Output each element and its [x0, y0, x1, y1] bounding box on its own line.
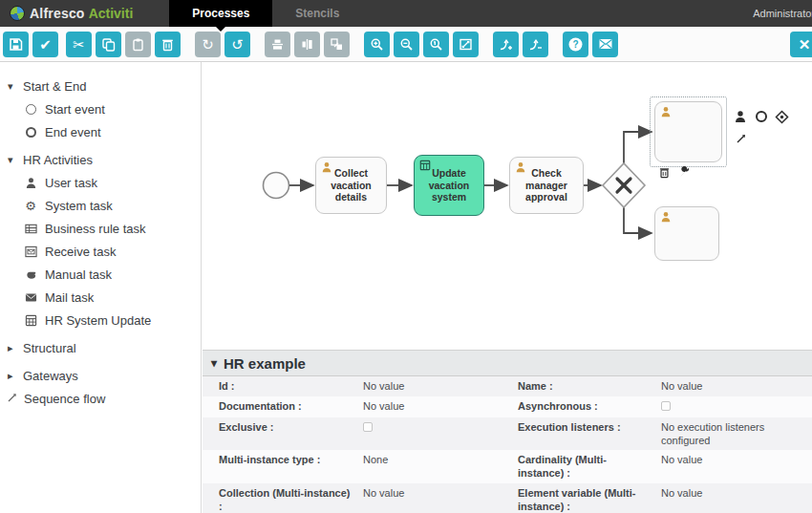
cut-button[interactable]: ✂ [66, 32, 92, 57]
add-bendpoint-button[interactable] [493, 32, 519, 57]
palette-item-receive-task[interactable]: Receive task [0, 240, 201, 263]
context-sequence-flow-icon[interactable] [733, 130, 750, 147]
magnifier-plus-icon [370, 37, 384, 52]
palette-item-business-rule-task[interactable]: Business rule task [0, 217, 201, 240]
user-icon [660, 211, 672, 223]
palette-item-end-event[interactable]: End event [0, 120, 201, 143]
hand-icon [24, 267, 37, 281]
user-menu[interactable]: Administrator [753, 8, 812, 19]
property-row: Collection (Multi-instance) : No value E… [203, 483, 812, 513]
alfresco-logo-icon [10, 6, 25, 21]
palette-section-gateways[interactable]: ▸ Gateways [0, 364, 201, 387]
flow-gateway-to-top-task [624, 132, 652, 163]
task-collect-vacation-details[interactable]: Collect vacation details [315, 157, 387, 214]
question-icon: ? [567, 36, 584, 53]
context-gateway-icon[interactable] [773, 108, 790, 125]
validate-button[interactable]: ✔ [32, 32, 58, 57]
palette-item-start-event[interactable]: Start event [0, 97, 201, 120]
copy-icon [101, 37, 116, 52]
task-check-manager-approval[interactable]: Check manager approval [509, 157, 584, 214]
trash-icon [160, 37, 175, 52]
caret-right-icon: ▸ [8, 342, 17, 354]
property-value[interactable]: None [363, 454, 518, 467]
palette-item-sequence-flow[interactable]: Sequence flow [0, 387, 201, 410]
palette-section-hr-activities[interactable]: ▾ HR Activities [0, 148, 201, 171]
user-icon [24, 176, 37, 189]
task-top-unnamed[interactable] [654, 101, 722, 162]
exclusive-checkbox[interactable] [363, 422, 373, 432]
palette-item-hr-system-update[interactable]: HR System Update [0, 309, 201, 331]
palette-item-system-task[interactable]: ⚙ System task [0, 194, 201, 217]
top-bar: Alfresco Activiti Processes Stencils Adm… [0, 0, 812, 27]
caret-down-icon: ▾ [8, 80, 17, 93]
palette-section-start-end[interactable]: ▾ Start & End [0, 75, 201, 97]
save-button[interactable] [3, 32, 29, 57]
delete-button[interactable] [155, 32, 181, 57]
undo-arrow-icon: ↺ [231, 37, 244, 52]
context-end-event-icon[interactable] [753, 108, 770, 125]
redo-arrow-icon: ↻ [202, 37, 214, 52]
zoom-fit-button[interactable] [453, 32, 479, 57]
property-row: Exclusive : Execution listeners : No exe… [203, 417, 812, 451]
user-icon [660, 106, 672, 118]
close-editor-button[interactable]: ✕ [790, 32, 812, 57]
properties-header[interactable]: ▾ HR example [203, 350, 812, 376]
context-edit-wrench-icon[interactable] [676, 163, 694, 181]
undo-button[interactable]: ↺ [224, 32, 250, 57]
arrow-northeast-icon [7, 392, 18, 406]
task-update-vacation-system[interactable]: Update vacation system [414, 155, 484, 216]
remove-bendpoint-button[interactable] [523, 32, 548, 57]
palette-item-manual-task[interactable]: Manual task [0, 263, 201, 286]
main-tabs: Processes Stencils [169, 0, 362, 27]
palette-item-user-task[interactable]: User task [0, 171, 201, 194]
zoom-actual-button[interactable] [423, 32, 449, 57]
help-button[interactable]: ? [563, 32, 588, 57]
brand: Alfresco Activiti [0, 6, 142, 21]
feedback-button[interactable] [592, 32, 618, 57]
property-value[interactable]: No value [363, 380, 518, 394]
align-horizontal-button[interactable] [265, 32, 290, 57]
tab-processes[interactable]: Processes [169, 0, 272, 27]
align-horizontal-icon [270, 37, 285, 52]
property-value[interactable]: No value [661, 487, 812, 501]
envelope-icon [24, 290, 37, 304]
property-label: Multi-instance type : [219, 454, 363, 467]
property-row: Id : No value Name : No value [203, 376, 812, 396]
property-value[interactable]: No value [363, 400, 518, 414]
palette-item-mail-task[interactable]: Mail task [0, 286, 201, 309]
property-value[interactable]: No execution listeners configured [661, 421, 812, 448]
mail-icon [598, 36, 613, 52]
active-tab-caret [215, 26, 226, 32]
grid-icon [24, 313, 37, 327]
redo-button[interactable]: ↻ [195, 32, 221, 57]
context-user-task-icon[interactable] [732, 108, 749, 125]
zoom-out-button[interactable] [394, 32, 419, 57]
property-label: Asynchronous : [518, 400, 661, 414]
copy-button[interactable] [96, 32, 121, 57]
property-value[interactable]: No value [661, 454, 812, 467]
paste-button[interactable] [125, 32, 151, 57]
gear-icon: ⚙ [24, 199, 37, 212]
palette-section-structural[interactable]: ▸ Structural [0, 336, 201, 359]
asynchronous-checkbox[interactable] [661, 401, 671, 411]
scissors-icon: ✂ [73, 37, 85, 52]
align-vertical-button[interactable] [294, 32, 320, 57]
table-icon [24, 222, 37, 235]
zoom-in-button[interactable] [364, 32, 390, 57]
property-label: Name : [518, 380, 661, 394]
property-label: Cardinality (Multi-instance) : [518, 454, 661, 481]
property-row: Documentation : No value Asynchronous : [203, 396, 812, 417]
properties-panel: ▾ HR example Id : No value Name : No val… [203, 350, 812, 513]
context-delete-icon[interactable] [655, 163, 673, 181]
tab-stencils[interactable]: Stencils [272, 0, 362, 27]
same-size-button[interactable] [324, 32, 350, 57]
property-value[interactable]: No value [363, 487, 518, 501]
property-label: Collection (Multi-instance) : [219, 487, 363, 513]
task-bottom-unnamed[interactable] [654, 206, 719, 261]
process-canvas[interactable]: Collect vacation details Update vacation… [202, 62, 812, 350]
fit-screen-icon [459, 37, 473, 52]
property-label: Id : [219, 380, 363, 394]
align-vertical-icon [300, 37, 314, 52]
floppy-icon [9, 37, 23, 52]
property-value[interactable]: No value [661, 380, 812, 394]
